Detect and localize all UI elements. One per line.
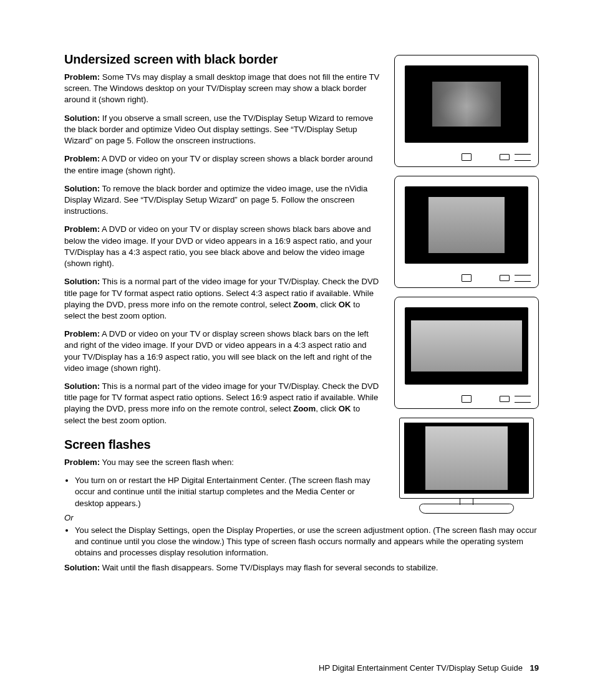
ok-bold: OK <box>339 404 351 413</box>
footer-text: HP Digital Entertainment Center TV/Displ… <box>319 663 523 673</box>
problem-3: Problem: A DVD or video on your TV or di… <box>64 224 383 269</box>
heading-undersized: Undersized screen with black border <box>64 52 383 67</box>
flash-solution: Solution: Wait until the flash disappear… <box>64 562 539 573</box>
problem-label: Problem: <box>64 329 100 338</box>
flash-bullets-2: You select the Display Settings, open th… <box>64 525 539 559</box>
figure-monitor-small-desktop <box>394 55 539 167</box>
problem-3-text: A DVD or video on your TV or display scr… <box>64 224 372 268</box>
solution-label: Solution: <box>64 277 100 286</box>
figure-monitor-black-border <box>394 176 539 288</box>
problem-label: Problem: <box>64 72 100 82</box>
flash-bullet-2: You select the Display Settings, open th… <box>75 525 539 559</box>
problem-label: Problem: <box>64 154 100 163</box>
solution-label: Solution: <box>64 381 100 391</box>
solution-1-text: If you observe a small screen, use the T… <box>64 113 373 145</box>
solution-label: Solution: <box>64 563 100 572</box>
or-text: Or <box>64 513 383 522</box>
problem-1-text: Some TVs may display a small desktop ima… <box>64 72 379 104</box>
figure-monitor-letterbox <box>394 297 539 409</box>
solution-2: Solution: To remove the black border and… <box>64 183 383 218</box>
flash-problem-text: You may see the screen flash when: <box>100 458 234 467</box>
footer: HP Digital Entertainment Center TV/Displ… <box>319 663 539 673</box>
page-number: 19 <box>530 663 539 673</box>
solution-4: Solution: This is a normal part of the v… <box>64 381 383 426</box>
flash-solution-text: Wait until the flash disappears. Some TV… <box>100 563 438 572</box>
solution-label: Solution: <box>64 184 100 193</box>
flash-bullets: You turn on or restart the HP Digital En… <box>64 475 383 509</box>
heading-screen-flashes: Screen flashes <box>64 438 383 452</box>
figure-lcd-pillarbox: • • • • <box>394 418 539 520</box>
solution-2-text: To remove the black border and optimize … <box>64 184 367 216</box>
problem-label: Problem: <box>64 224 100 234</box>
problem-2: Problem: A DVD or video on your TV or di… <box>64 153 383 176</box>
problem-4: Problem: A DVD or video on your TV or di… <box>64 328 383 374</box>
solution-3-text-b: , click <box>316 300 339 309</box>
zoom-bold: Zoom <box>293 404 316 413</box>
problem-4-text: A DVD or video on your TV or display scr… <box>64 329 372 373</box>
solution-1: Solution: If you observe a small screen,… <box>64 113 383 147</box>
solution-4-text-b: , click <box>316 404 339 413</box>
ok-bold: OK <box>339 300 351 309</box>
solution-3: Solution: This is a normal part of the v… <box>64 276 383 322</box>
problem-1: Problem: Some TVs may display a small de… <box>64 72 383 106</box>
problem-label: Problem: <box>64 458 100 467</box>
flash-bullet-1: You turn on or restart the HP Digital En… <box>75 475 383 509</box>
zoom-bold: Zoom <box>293 300 316 309</box>
flash-problem: Problem: You may see the screen flash wh… <box>64 457 383 468</box>
solution-label: Solution: <box>64 113 100 123</box>
problem-2-text: A DVD or video on your TV or display scr… <box>64 154 373 175</box>
